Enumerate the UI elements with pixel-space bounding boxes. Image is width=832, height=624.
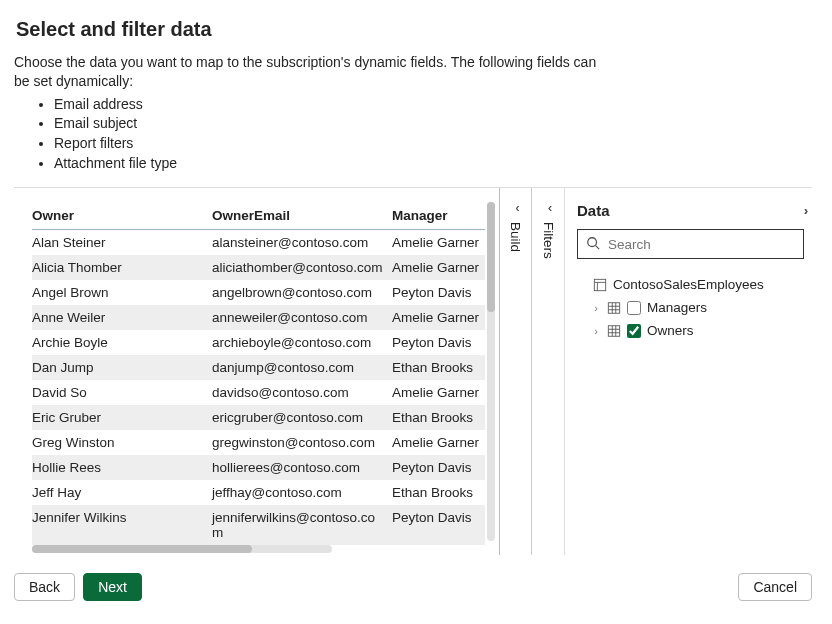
tree-table-checkbox-owners[interactable] — [627, 324, 641, 338]
table-row[interactable]: Jeff Hayjeffhay@contoso.comEthan Brooks — [32, 480, 485, 505]
table-icon — [607, 324, 621, 338]
intro-bullet: Report filters — [54, 134, 614, 154]
search-icon — [586, 236, 600, 253]
table-cell: Archie Boyle — [32, 330, 212, 355]
chevron-right-icon[interactable]: › — [591, 302, 601, 314]
table-cell: anneweiler@contoso.com — [212, 305, 392, 330]
table-cell: Alan Steiner — [32, 230, 212, 256]
table-cell: ericgruber@contoso.com — [212, 405, 392, 430]
workspace: Owner OwnerEmail Manager Alan Steinerala… — [14, 187, 812, 555]
intro-bullet: Email subject — [54, 114, 614, 134]
table-cell: Amelie Garner — [392, 305, 485, 330]
horizontal-scrollbar-thumb[interactable] — [32, 545, 252, 553]
tree-table-row-owners[interactable]: › Owners — [577, 319, 804, 342]
table-cell: gregwinston@contoso.com — [212, 430, 392, 455]
data-table-area: Owner OwnerEmail Manager Alan Steinerala… — [14, 188, 485, 555]
vertical-tabs: ‹‹ Build ‹‹ Filters — [499, 188, 564, 555]
search-box[interactable] — [577, 229, 804, 259]
svg-rect-2 — [594, 279, 605, 290]
table-cell: aliciathomber@contoso.com — [212, 255, 392, 280]
dataset-icon — [593, 278, 607, 292]
back-button[interactable]: Back — [14, 573, 75, 601]
table-cell: Jennifer Wilkins — [32, 505, 212, 545]
table-row[interactable]: Archie Boylearchieboyle@contoso.comPeyto… — [32, 330, 485, 355]
next-button[interactable]: Next — [83, 573, 142, 601]
table-row[interactable]: David Sodavidso@contoso.comAmelie Garner — [32, 380, 485, 405]
table-cell: Greg Winston — [32, 430, 212, 455]
table-cell: David So — [32, 380, 212, 405]
table-icon — [607, 301, 621, 315]
table-cell: hollierees@contoso.com — [212, 455, 392, 480]
vertical-scrollbar[interactable] — [487, 202, 495, 541]
table-row[interactable]: Hollie Reeshollierees@contoso.comPeyton … — [32, 455, 485, 480]
table-cell: davidso@contoso.com — [212, 380, 392, 405]
table-cell: Peyton Davis — [392, 330, 485, 355]
svg-rect-10 — [608, 325, 619, 336]
intro-bullet: Email address — [54, 95, 614, 115]
table-cell: Amelie Garner — [392, 430, 485, 455]
data-tree: › ContosoSalesEmployees › — [577, 273, 804, 342]
tree-table-checkbox-managers[interactable] — [627, 301, 641, 315]
chevron-right-icon[interactable]: › — [591, 325, 601, 337]
table-row[interactable]: Alan Steineralansteiner@contoso.comAmeli… — [32, 230, 485, 256]
table-cell: Alicia Thomber — [32, 255, 212, 280]
table-cell: jenniferwilkins@contoso.com — [212, 505, 392, 545]
search-input[interactable] — [606, 236, 795, 253]
vertical-tab-filters[interactable]: ‹‹ Filters — [532, 188, 564, 555]
table-cell: Ethan Brooks — [392, 480, 485, 505]
data-table: Owner OwnerEmail Manager Alan Steinerala… — [32, 204, 485, 545]
table-row[interactable]: Jennifer Wilkinsjenniferwilkins@contoso.… — [32, 505, 485, 545]
table-cell: jeffhay@contoso.com — [212, 480, 392, 505]
table-row[interactable]: Anne Weileranneweiler@contoso.comAmelie … — [32, 305, 485, 330]
tree-table-label: Owners — [647, 323, 694, 338]
table-cell: Eric Gruber — [32, 405, 212, 430]
svg-line-1 — [596, 245, 600, 249]
vertical-tab-build[interactable]: ‹‹ Build — [500, 188, 532, 555]
horizontal-scrollbar[interactable] — [32, 545, 332, 553]
table-cell: Ethan Brooks — [392, 405, 485, 430]
vertical-tab-build-label: Build — [508, 222, 523, 252]
table-row[interactable]: Angel Brownangelbrown@contoso.comPeyton … — [32, 280, 485, 305]
table-row[interactable]: Dan Jumpdanjump@contoso.comEthan Brooks — [32, 355, 485, 380]
table-cell: Angel Brown — [32, 280, 212, 305]
table-cell: angelbrown@contoso.com — [212, 280, 392, 305]
footer: Back Next Cancel — [14, 565, 812, 601]
table-cell: Anne Weiler — [32, 305, 212, 330]
table-row[interactable]: Eric Gruberericgruber@contoso.comEthan B… — [32, 405, 485, 430]
table-cell: Hollie Rees — [32, 455, 212, 480]
intro-bullet-list: Email address Email subject Report filte… — [14, 95, 614, 173]
table-cell: alansteiner@contoso.com — [212, 230, 392, 256]
table-row[interactable]: Alicia Thomberaliciathomber@contoso.comA… — [32, 255, 485, 280]
vertical-tab-filters-label: Filters — [541, 222, 556, 259]
table-cell: Peyton Davis — [392, 280, 485, 305]
cancel-button[interactable]: Cancel — [738, 573, 812, 601]
column-header-manager[interactable]: Manager — [392, 204, 485, 230]
column-header-owneremail[interactable]: OwnerEmail — [212, 204, 392, 230]
intro-bullet: Attachment file type — [54, 154, 614, 174]
table-row[interactable]: Greg Winstongregwinston@contoso.comAmeli… — [32, 430, 485, 455]
intro-block: Choose the data you want to map to the s… — [14, 53, 614, 173]
table-cell: danjump@contoso.com — [212, 355, 392, 380]
data-panel: Data ›› › — [564, 188, 812, 555]
column-header-owner[interactable]: Owner — [32, 204, 212, 230]
tree-dataset-row[interactable]: › ContosoSalesEmployees — [577, 273, 804, 296]
svg-rect-5 — [608, 302, 619, 313]
table-cell: Peyton Davis — [392, 455, 485, 480]
page-title: Select and filter data — [16, 18, 812, 41]
table-cell: Ethan Brooks — [392, 355, 485, 380]
tree-table-row-managers[interactable]: › Managers — [577, 296, 804, 319]
table-cell: Amelie Garner — [392, 230, 485, 256]
table-cell: Dan Jump — [32, 355, 212, 380]
svg-point-0 — [588, 237, 597, 246]
table-cell: archieboyle@contoso.com — [212, 330, 392, 355]
tree-dataset-label: ContosoSalesEmployees — [613, 277, 764, 292]
data-panel-title: Data — [577, 202, 610, 219]
table-cell: Jeff Hay — [32, 480, 212, 505]
table-cell: Amelie Garner — [392, 380, 485, 405]
tree-table-label: Managers — [647, 300, 707, 315]
table-cell: Amelie Garner — [392, 255, 485, 280]
table-cell: Peyton Davis — [392, 505, 485, 545]
intro-text: Choose the data you want to map to the s… — [14, 53, 614, 91]
